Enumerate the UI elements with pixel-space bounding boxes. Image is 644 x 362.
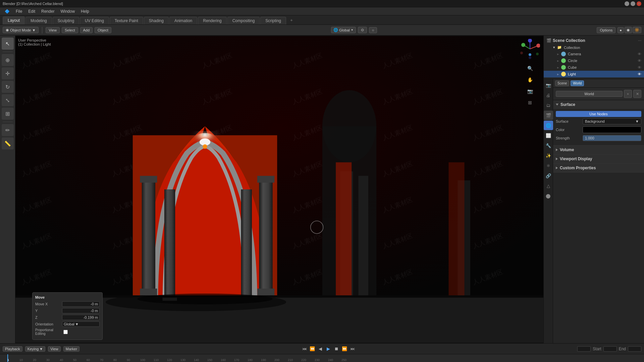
circle-visibility-icon[interactable]: 👁: [638, 59, 641, 63]
tool-measure[interactable]: 📏: [2, 137, 14, 149]
tab-compositing[interactable]: Compositing: [227, 17, 260, 24]
close-button[interactable]: ✕: [637, 1, 641, 6]
world-new-button[interactable]: +: [624, 90, 632, 98]
menu-help[interactable]: Help: [78, 8, 92, 14]
orientation-value[interactable]: Global ▼: [62, 321, 100, 327]
menu-file[interactable]: File: [13, 8, 25, 14]
maximize-button[interactable]: □: [631, 1, 635, 6]
select-button[interactable]: Select: [62, 27, 78, 33]
stop-button[interactable]: ⏹: [333, 346, 340, 352]
volume-section-header[interactable]: Volume: [553, 145, 644, 154]
tab-sculpting[interactable]: Sculpting: [53, 17, 79, 24]
camera-visibility-icon[interactable]: 👁: [638, 52, 641, 56]
tool-cursor[interactable]: ⊕: [2, 54, 14, 66]
viewport-shading-solid[interactable]: ●: [618, 27, 624, 33]
use-nodes-button[interactable]: Use Nodes: [556, 111, 641, 117]
timeline-ruler[interactable]: 1 10 20 30 40 50 60 70 80 90 100 110 120…: [0, 354, 644, 362]
light-visibility-icon[interactable]: 👁: [638, 72, 641, 76]
tool-move[interactable]: ✛: [2, 67, 14, 79]
snap-button[interactable]: ⊙: [358, 27, 367, 33]
step-back-button[interactable]: ⏪: [309, 346, 316, 352]
view-button-tl[interactable]: View: [48, 346, 61, 352]
prop-modifier-icon[interactable]: 🔧: [544, 141, 553, 150]
prop-particles-icon[interactable]: ✨: [544, 151, 553, 160]
tool-scale[interactable]: ⤡: [2, 94, 14, 106]
prop-editing-checkbox[interactable]: [63, 330, 68, 334]
options-button[interactable]: Options: [597, 27, 615, 33]
menu-render[interactable]: Render: [39, 8, 57, 14]
tab-shading[interactable]: Shading: [144, 17, 169, 24]
collection-item-light[interactable]: ▸ Light 👁: [544, 71, 644, 77]
add-button[interactable]: Add: [80, 27, 93, 33]
surface-type-dropdown[interactable]: Background ▼: [583, 118, 641, 124]
tool-rotate[interactable]: ↻: [2, 81, 14, 93]
proportional-btn[interactable]: ○: [369, 27, 377, 33]
prop-material-icon[interactable]: ⬤: [544, 191, 553, 200]
color-picker-button[interactable]: [583, 126, 641, 133]
tab-modeling[interactable]: Modeling: [25, 17, 52, 24]
tool-transform[interactable]: ⊞: [2, 108, 14, 120]
collection-item-collection[interactable]: ▾ 📁 Collection: [544, 44, 644, 51]
tool-select[interactable]: ↖: [2, 38, 14, 50]
world-tab-button[interactable]: World: [571, 80, 584, 86]
start-frame-input[interactable]: 1: [603, 346, 617, 352]
prop-view-layer-icon[interactable]: 🗂: [544, 101, 553, 110]
scene-collection-more[interactable]: ⋯: [638, 39, 641, 43]
prop-constraints-icon[interactable]: 🔗: [544, 171, 553, 180]
world-unlink-button[interactable]: ✕: [633, 90, 641, 98]
custom-properties-header[interactable]: Custom Properties: [553, 164, 644, 172]
view-button[interactable]: View: [46, 27, 60, 33]
current-frame-input[interactable]: 1: [577, 346, 591, 352]
viewport-shading-material[interactable]: ◉: [625, 27, 632, 33]
viewport-shading-rendered[interactable]: 🔆: [633, 27, 641, 33]
collection-item-circle[interactable]: ▸ Circle 👁: [544, 57, 644, 64]
grid-icon[interactable]: ⊞: [525, 98, 535, 107]
prop-object-icon[interactable]: ⬜: [544, 131, 553, 140]
menu-edit[interactable]: Edit: [25, 8, 38, 14]
menu-blender[interactable]: 🔷: [2, 8, 12, 14]
tab-add-button[interactable]: ＋: [287, 16, 296, 24]
collection-item-cube[interactable]: ▸ Cube 👁: [544, 64, 644, 71]
end-frame-input[interactable]: 250: [628, 346, 641, 352]
prop-physics-icon[interactable]: ⚛: [544, 161, 553, 170]
prop-data-icon[interactable]: △: [544, 181, 553, 190]
object-button[interactable]: Object: [95, 27, 111, 33]
tab-scripting[interactable]: Scripting: [260, 17, 286, 24]
viewport-display-header[interactable]: Viewport Display: [553, 155, 644, 163]
playback-button[interactable]: Playback: [3, 346, 22, 352]
cube-visibility-icon[interactable]: 👁: [638, 65, 641, 69]
hand-icon[interactable]: ✋: [525, 75, 535, 84]
go-start-button[interactable]: ⏮: [301, 346, 308, 352]
move-z-value[interactable]: -0.199 m: [62, 315, 100, 320]
minimize-button[interactable]: —: [625, 1, 629, 6]
prop-scene-icon[interactable]: 🎬: [544, 111, 553, 120]
move-y-value[interactable]: -0 m: [62, 308, 100, 313]
play-button[interactable]: ▶: [325, 346, 332, 352]
tab-layout[interactable]: Layout: [3, 16, 25, 24]
camera-icon[interactable]: 📷: [525, 86, 535, 96]
go-end-button[interactable]: ⏭: [349, 346, 356, 352]
step-forward-button[interactable]: ⏩: [341, 346, 348, 352]
tab-rendering[interactable]: Rendering: [198, 17, 226, 24]
strength-input[interactable]: 1.000: [583, 135, 641, 141]
move-x-value[interactable]: -0 m: [62, 301, 100, 307]
world-name-button[interactable]: World: [556, 91, 623, 97]
zoom-in-icon[interactable]: 🔍: [525, 64, 535, 73]
tool-annotate[interactable]: ✏: [2, 124, 14, 136]
surface-section-header[interactable]: Surface: [553, 100, 644, 109]
viewport-gizmo[interactable]: [520, 39, 540, 59]
menu-window[interactable]: Window: [58, 8, 77, 14]
keying-button[interactable]: Keying ▼: [25, 346, 46, 352]
prop-output-icon[interactable]: 🖨: [544, 90, 553, 100]
collection-item-camera[interactable]: ▸ Camera 👁: [544, 51, 644, 57]
marker-button[interactable]: Marker: [63, 346, 79, 352]
tab-uv-editing[interactable]: UV Editing: [80, 17, 109, 24]
prop-world-icon[interactable]: 🌐: [544, 121, 553, 130]
scene-tab-button[interactable]: Scene: [555, 80, 569, 86]
tab-texture-paint[interactable]: Texture Paint: [110, 17, 143, 24]
mode-button[interactable]: ◉ Object Mode ▼: [3, 27, 39, 33]
prop-render-icon[interactable]: 📷: [544, 80, 553, 90]
play-back-button[interactable]: ◀: [317, 346, 324, 352]
viewport[interactable]: 人人素材区: [15, 36, 543, 343]
transform-button[interactable]: 🌐 Global ▼: [331, 27, 356, 33]
